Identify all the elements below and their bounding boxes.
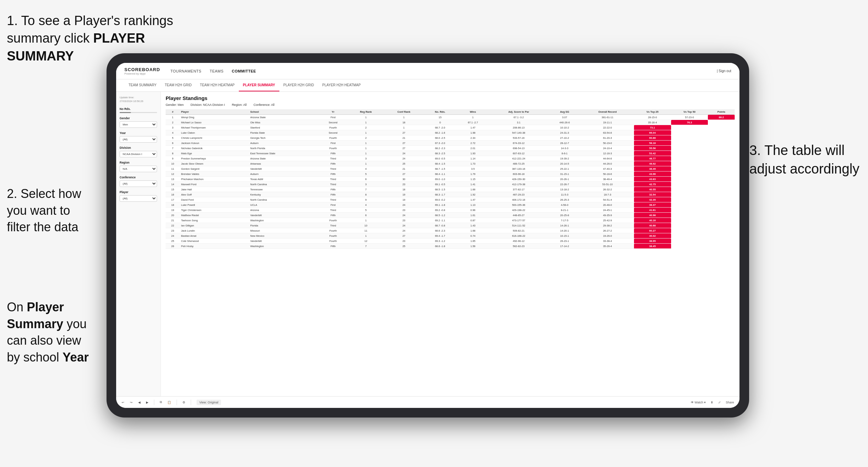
table-cell: 9 (347, 197, 384, 202)
table-cell: 22-22-0 (581, 125, 634, 130)
nav-link-teams[interactable]: TEAMS (210, 68, 223, 75)
table-cell: 11 (347, 228, 384, 233)
table-cell: 12-16-3 (581, 151, 634, 156)
table-cell: Fourth (319, 238, 347, 244)
subnav-player-h2h-grid[interactable]: PLAYER H2H GRID (279, 79, 318, 91)
subnav-team-h2h-heatmap[interactable]: TEAM H2H HEATMAP (196, 79, 239, 91)
table-cell: 8 (347, 192, 384, 197)
standings-table: # Player School Yr Reg Rank Conf Rank No… (166, 109, 735, 249)
col-adj-score: Adj. Score to Par (489, 109, 548, 115)
next-btn[interactable]: ▶ (146, 401, 148, 404)
table-cell: 1.65 (457, 238, 489, 244)
table-cell: 489-72-25 (489, 161, 548, 166)
table-cell: 23 (384, 218, 423, 223)
table-cell: 22-26-7 (548, 182, 581, 187)
logo-area: SCOREBOARD Powered by dippi (124, 67, 160, 75)
prev-btn[interactable]: ◀ (138, 401, 141, 404)
sidebar-conference-select[interactable]: (All) ACC SEC Big Ten (120, 180, 157, 187)
settings-btn[interactable]: ⚙ (182, 401, 185, 404)
annotation-bottom: On PlayerSummary youcan also viewby scho… (7, 299, 89, 366)
expand-btn[interactable]: ⤢ (718, 401, 721, 404)
sidebar-player-label: Player (120, 190, 157, 194)
table-cell: Fifth (319, 151, 347, 156)
table-cell: 467-29-23 (489, 192, 548, 197)
top-nav: SCOREBOARD Powered by dippi TOURNAMENTS … (116, 63, 739, 79)
slider-container[interactable] (120, 112, 157, 113)
table-cell: 13-18-2 (548, 187, 581, 192)
table-cell: 10 (166, 161, 180, 166)
table-cell: Second (319, 120, 347, 125)
table-cell: 1.73 (457, 161, 489, 166)
table-cell: 2 (347, 125, 384, 130)
table-cell: Third (319, 197, 347, 202)
table-cell: Stanford (249, 125, 319, 130)
table-cell: 2.34 (457, 135, 489, 141)
table-cell: 16 (166, 192, 180, 197)
table-cell: Matthew Riedel (180, 213, 249, 218)
table-cell: Jake Hall (180, 187, 249, 192)
filter-region: Region: All (232, 103, 247, 107)
table-cell: North Carolina (249, 182, 319, 187)
redo-btn[interactable]: ↪ (130, 401, 133, 404)
subnav-player-h2h-heatmap[interactable]: PLAYER H2H HEATMAP (318, 79, 365, 91)
table-cell: Christo Lamprecht (180, 135, 249, 141)
table-cell: 1.66 (457, 187, 489, 192)
table-cell: 20-25-8 (548, 213, 581, 218)
table-cell: 28-12-7 (548, 141, 581, 146)
sidebar-player-select[interactable]: (All) (120, 195, 157, 202)
table-cell: 1.61 (457, 213, 489, 218)
col-vs-top-25: Vs Top 25 (634, 109, 671, 115)
annotation-2: 2. Select howyou want tofilter the data (7, 186, 81, 236)
download-btn[interactable]: ⬇ (711, 401, 713, 404)
table-cell: 5 (166, 135, 180, 141)
table-cell: 69.3 -1.2 (423, 238, 456, 244)
table-cell: 69.0 -1.0 (423, 177, 456, 182)
table-cell: 18 (384, 120, 423, 125)
subnav-team-h2h-grid[interactable]: TEAM H2H GRID (161, 79, 196, 91)
table-row: 12Brendan ValdesAuburnFifth52768.4 -1.11… (166, 171, 735, 177)
sidebar-gender-select[interactable]: Men Women (120, 121, 157, 128)
toolbar-right: 👁 Watch ▾ ⬇ ⤢ Share (691, 401, 734, 404)
table-cell: 43.96 (634, 171, 671, 177)
table-cell: 23 (166, 228, 180, 233)
sidebar-update: Update time: 27/03/2024 16:56:26 (120, 96, 157, 103)
sidebar-division-select[interactable]: NCAA Division I NCAA Division II NCAA Di… (120, 151, 157, 157)
table-cell: 412-179-38 (489, 182, 548, 187)
table-cell: Third (319, 156, 347, 161)
subnav-team-summary[interactable]: TEAM SUMMARY (124, 79, 161, 91)
sidebar-division-label: Division (120, 146, 157, 149)
table-cell: Nicholas Gabrelcik (180, 146, 249, 151)
table-cell: 1.13 (457, 202, 489, 208)
table-cell: 25 (384, 244, 423, 249)
table-cell: 7-17-5 (548, 218, 581, 223)
sidebar-year-select[interactable]: (All) First Second Third Fourth Fifth (120, 136, 157, 143)
table-cell: 68.7 -2.0 (423, 125, 456, 130)
table-row: 23Jack LundinMissouriFourth112468.6 -2.3… (166, 228, 735, 233)
watch-btn[interactable]: 👁 Watch ▾ (691, 401, 706, 404)
sidebar-region-select[interactable]: N/A All (120, 166, 157, 172)
nav-link-tournaments[interactable]: TOURNAMENTS (170, 68, 201, 75)
table-cell: 6 (166, 141, 180, 146)
copy-btn[interactable]: ⧉ (160, 400, 162, 404)
table-cell: Fourth (319, 218, 347, 223)
filter-row: Gender: Men Division: NCAA Division I Re… (166, 103, 735, 107)
table-cell: 509-82-21 (489, 228, 548, 233)
table-cell: Vanderbilt (249, 213, 319, 218)
table-cell: 25-42-9 (581, 218, 634, 223)
table-cell: 68.5 -1.5 (423, 187, 456, 192)
table-cell: 1 (347, 115, 384, 120)
subnav-player-summary[interactable]: PLAYER SUMMARY (239, 79, 279, 91)
table-cell: 60.88 (634, 135, 671, 141)
table-cell: 448-85-27 (489, 213, 548, 218)
table-cell: 6 (347, 213, 384, 218)
view-original-btn[interactable]: View: Original (197, 400, 221, 405)
undo-btn[interactable]: ↩ (122, 401, 124, 404)
paste-btn[interactable]: 📋 (167, 401, 171, 404)
table-cell: 53.42 (634, 151, 671, 156)
table-cell: 67.1 -3.2 (489, 115, 548, 120)
share-btn[interactable]: Share (726, 401, 734, 404)
table-cell: 27 (384, 233, 423, 238)
col-no-rds: No. Rds. (423, 109, 456, 115)
nav-link-committee[interactable]: COMMITTEE (232, 68, 256, 75)
table-cell: 10 (347, 223, 384, 228)
